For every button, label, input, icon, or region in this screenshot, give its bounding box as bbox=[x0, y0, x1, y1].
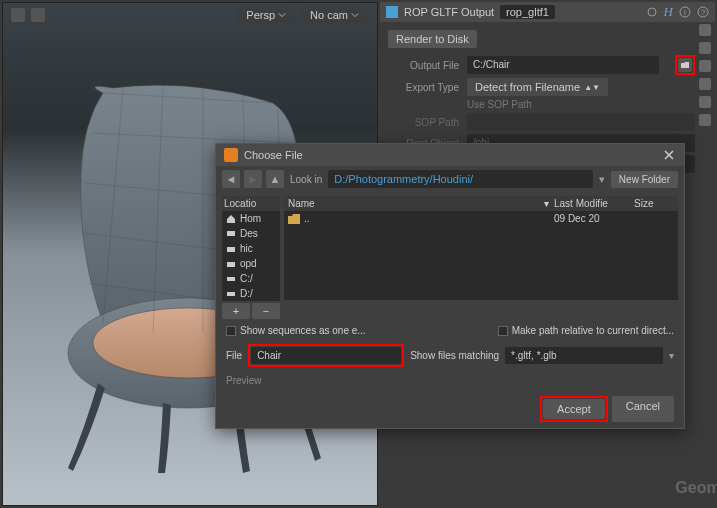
col-size-header[interactable]: Size bbox=[634, 198, 674, 209]
side-icon-4[interactable] bbox=[699, 78, 711, 90]
file-list[interactable]: Name ▾ Last Modifie Size .. 09 Dec 20 bbox=[284, 196, 678, 300]
geometry-watermark: Geometry bbox=[675, 479, 717, 497]
parent-dir-label: .. bbox=[304, 213, 310, 224]
export-type-value: Detect from Filename bbox=[475, 81, 580, 93]
file-chooser-dialog: Choose File ◄ ► ▲ Look in D:/Photogramme… bbox=[215, 143, 685, 429]
node-name-field[interactable]: rop_gltf1 bbox=[500, 5, 555, 19]
node-type-icon bbox=[386, 6, 398, 18]
file-row-parent[interactable]: .. 09 Dec 20 bbox=[284, 211, 678, 226]
houdini-logo-icon bbox=[224, 148, 238, 162]
lookin-label: Look in bbox=[290, 174, 322, 185]
use-sop-path-label: Use SOP Path bbox=[467, 99, 532, 110]
viewport-layout-icon[interactable] bbox=[31, 8, 45, 22]
show-matching-label: Show files matching bbox=[410, 350, 499, 361]
cam-label: No cam bbox=[310, 9, 348, 21]
loc-opd[interactable]: opd bbox=[222, 256, 280, 271]
make-relative-label: Make path relative to current direct... bbox=[512, 325, 674, 336]
dialog-title-text: Choose File bbox=[244, 149, 303, 161]
side-icon-3[interactable] bbox=[699, 60, 711, 72]
close-icon bbox=[664, 150, 674, 160]
svg-rect-10 bbox=[224, 148, 238, 162]
dialog-close-button[interactable] bbox=[662, 148, 676, 162]
cancel-button[interactable]: Cancel bbox=[612, 396, 674, 422]
filter-dropdown-icon[interactable]: ▾ bbox=[669, 350, 674, 361]
help-icon[interactable]: ? bbox=[697, 6, 709, 18]
side-icon-5[interactable] bbox=[699, 96, 711, 108]
sop-path-label: SOP Path bbox=[384, 117, 459, 128]
loc-remove-button[interactable]: − bbox=[252, 303, 280, 319]
loc-hic[interactable]: hic bbox=[222, 241, 280, 256]
export-type-dropdown[interactable]: Detect from Filename ▲▼ bbox=[467, 78, 608, 96]
loc-home[interactable]: Hom bbox=[222, 211, 280, 226]
gear-icon[interactable] bbox=[646, 6, 658, 18]
svg-rect-14 bbox=[227, 277, 235, 281]
sop-path-field bbox=[467, 113, 695, 131]
output-file-field[interactable]: C:/Chair bbox=[467, 56, 659, 74]
params-side-icons bbox=[697, 24, 713, 126]
file-name-input[interactable]: Chair bbox=[251, 347, 401, 364]
path-dropdown-icon[interactable]: ▾ bbox=[597, 173, 607, 186]
cam-dropdown[interactable]: No cam bbox=[300, 7, 369, 23]
svg-text:?: ? bbox=[701, 8, 706, 17]
file-chooser-button[interactable] bbox=[678, 58, 692, 72]
panel-title: ROP GLTF Output bbox=[404, 6, 494, 18]
params-header: ROP GLTF Output rop_gltf1 H i ? bbox=[380, 2, 715, 22]
nav-back-button[interactable]: ◄ bbox=[222, 170, 240, 188]
viewport-menu-icon[interactable] bbox=[11, 8, 25, 22]
loc-d-drive[interactable]: D:/ bbox=[222, 286, 280, 301]
nav-up-button[interactable]: ▲ bbox=[266, 170, 284, 188]
locations-list[interactable]: Hom Des hic opd C:/ D:/ bbox=[222, 211, 280, 301]
col-modified-header[interactable]: Last Modifie bbox=[554, 198, 634, 209]
houdini-icon[interactable]: H bbox=[664, 4, 673, 20]
side-icon-2[interactable] bbox=[699, 42, 711, 54]
chevron-down-icon[interactable] bbox=[699, 114, 711, 126]
show-sequences-checkbox[interactable]: Show sequences as one e... bbox=[226, 325, 366, 336]
accept-button[interactable]: Accept bbox=[543, 399, 605, 419]
export-type-label: Export Type bbox=[384, 82, 459, 93]
parent-dir-date: 09 Dec 20 bbox=[554, 213, 634, 224]
pin-icon[interactable] bbox=[699, 24, 711, 36]
persp-dropdown[interactable]: Persp bbox=[236, 7, 296, 23]
svg-text:i: i bbox=[684, 8, 686, 17]
make-relative-checkbox[interactable]: Make path relative to current direct... bbox=[498, 325, 674, 336]
nav-fwd-button[interactable]: ► bbox=[244, 170, 262, 188]
svg-rect-13 bbox=[227, 262, 235, 267]
folder-icon bbox=[680, 60, 690, 70]
filter-field[interactable]: *.gltf, *.glb bbox=[505, 347, 663, 364]
file-label: File bbox=[226, 350, 242, 361]
info-icon[interactable]: i bbox=[679, 6, 691, 18]
svg-rect-11 bbox=[227, 231, 235, 236]
locations-header: Locatio bbox=[222, 196, 280, 211]
loc-c-drive[interactable]: C:/ bbox=[222, 271, 280, 286]
svg-rect-12 bbox=[227, 247, 235, 252]
render-to-disk-button[interactable]: Render to Disk bbox=[388, 30, 477, 48]
new-folder-button[interactable]: New Folder bbox=[611, 171, 678, 188]
loc-desktop[interactable]: Des bbox=[222, 226, 280, 241]
col-name-header[interactable]: Name bbox=[288, 198, 544, 209]
folder-icon bbox=[288, 214, 300, 224]
lookin-path-field[interactable]: D:/Photogrammetry/Houdini/ bbox=[328, 170, 593, 188]
svg-rect-2 bbox=[386, 6, 398, 18]
persp-label: Persp bbox=[246, 9, 275, 21]
svg-rect-15 bbox=[227, 292, 235, 296]
output-file-label: Output File bbox=[384, 60, 459, 71]
show-seq-label: Show sequences as one e... bbox=[240, 325, 366, 336]
loc-add-button[interactable]: + bbox=[222, 303, 250, 319]
svg-point-3 bbox=[648, 8, 656, 16]
preview-label: Preview bbox=[216, 371, 684, 390]
